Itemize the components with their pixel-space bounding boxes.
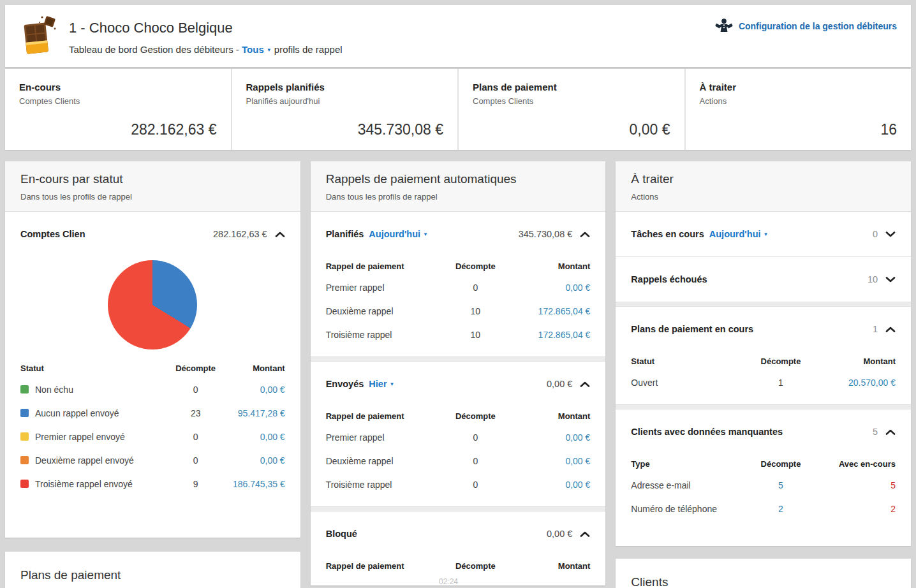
envoyes-period-dropdown[interactable]: Hier▼ — [369, 379, 394, 389]
col-statut: Statut — [20, 364, 174, 373]
with-outstanding-link[interactable]: 5 — [822, 480, 896, 490]
section-rappels-echoues[interactable]: Rappels échoués 10 — [616, 257, 911, 302]
count-link[interactable]: 5 — [739, 480, 822, 490]
kpi-title: À traiter — [700, 82, 898, 92]
status-table: Statut Décompte Montant Non échu 0 0,00 … — [5, 358, 300, 506]
amount-link[interactable]: 172.865,04 € — [517, 330, 590, 340]
kpi-subtitle: Actions — [700, 96, 898, 106]
chevron-up-icon[interactable] — [275, 232, 285, 237]
panel-title: En-cours par statut — [20, 172, 285, 186]
section-label: Envoyés — [326, 379, 364, 389]
amount-link[interactable]: 0,00 € — [517, 480, 590, 490]
manager-icon — [714, 18, 734, 34]
section-plans-paiement-en-cours[interactable]: Plans de paiement en cours 1 — [616, 307, 911, 351]
table-row: Non échu 0 0,00 € — [20, 378, 285, 401]
planifies-table: Rappel de paiement Décompte Montant Prem… — [311, 256, 606, 356]
legend-swatch-yellow — [20, 432, 29, 441]
section-label: Bloqué — [326, 529, 357, 539]
planifies-period-dropdown[interactable]: Aujourd'hui▼ — [369, 229, 428, 239]
col-montant: Montant — [218, 364, 285, 373]
section-total: 0,00 € — [547, 529, 572, 539]
count-link[interactable]: 2 — [739, 504, 822, 514]
section-comptes-clients[interactable]: Comptes Clien 282.162,63 € — [5, 212, 300, 256]
status-count: 23 — [174, 408, 218, 418]
page-title: 1 - Choco Choco Belgique — [69, 20, 714, 36]
section-divider — [311, 356, 606, 362]
table-header-row: Rappel de paiement Décompte Montant — [326, 256, 591, 276]
amount-link[interactable]: 0,00 € — [517, 456, 590, 466]
table-row: Troisième rappel envoyé 9 186.745,35 € — [20, 472, 285, 496]
status-count: 9 — [174, 479, 218, 489]
status-amount-link[interactable]: 95.417,28 € — [218, 408, 285, 418]
table-row: Premier rappel 0 0,00 € — [326, 276, 591, 299]
table-header-row: Statut Décompte Montant — [20, 358, 285, 378]
subtitle-suffix: profils de rappel — [274, 44, 343, 55]
envoyes-table: Rappel de paiement Décompte Montant Prem… — [311, 406, 606, 506]
configuration-link[interactable]: Configuration de la gestion débiteurs — [714, 18, 897, 34]
amount-link[interactable]: 172.865,04 € — [517, 306, 590, 316]
table-header-row: Statut Décompte Montant — [631, 351, 896, 371]
legend-swatch-green — [20, 385, 29, 393]
table-row: Aucun rappel envoyé 23 95.417,28 € — [20, 401, 285, 425]
status-label: Premier rappel envoyé — [35, 432, 125, 442]
kpi-card-plans-de-paiement: Plans de paiement Comptes Clients 0,00 € — [457, 69, 684, 150]
section-label: Tâches en cours — [631, 229, 704, 239]
chevron-up-icon[interactable] — [580, 381, 590, 387]
panel-clients: Clients — [616, 559, 911, 588]
amount-link[interactable]: 20.570,00 € — [822, 378, 896, 388]
chevron-down-icon[interactable] — [885, 232, 896, 237]
section-label: Plans de paiement en cours — [631, 324, 753, 334]
amount-link[interactable]: 0,00 € — [517, 432, 590, 443]
chevron-up-icon[interactable] — [885, 429, 896, 435]
status-count: 0 — [174, 455, 218, 466]
section-planifies[interactable]: Planifiés Aujourd'hui▼ 345.730,08 € — [311, 212, 606, 256]
section-count: 1 — [873, 324, 878, 334]
chevron-up-icon[interactable] — [580, 531, 590, 537]
panel-subtitle: Dans tous les profils de rappel — [20, 192, 285, 202]
table-header-row: Type Décompte Avec en-cours — [631, 454, 896, 473]
status-amount-link[interactable]: 186.745,35 € — [218, 479, 285, 489]
header-titles: 1 - Choco Choco Belgique Tableau de bord… — [69, 17, 714, 55]
section-label: Planifiés — [326, 229, 364, 239]
table-header-row: Rappel de paiement Décompte Montant — [326, 406, 591, 425]
section-donnees-manquantes[interactable]: Clients avec données manquantes 5 — [616, 409, 911, 454]
chocolate-logo-icon — [17, 15, 57, 58]
kpi-value: 16 — [880, 121, 897, 138]
panel-header: À traiter Actions — [616, 161, 911, 212]
section-envoyes[interactable]: Envoyés Hier▼ 0,00 € — [311, 362, 606, 406]
status-label: Deuxième rappel envoyé — [35, 455, 134, 466]
section-taches-en-cours[interactable]: Tâches en cours Aujourd'hui▼ 0 — [616, 212, 911, 256]
table-header-row: Rappel de paiement Décompte Montant — [326, 556, 591, 575]
table-row: Premier rappel 0 0,00 € — [326, 425, 591, 449]
profile-filter-dropdown[interactable]: Tous▼ — [242, 44, 272, 55]
taches-period-dropdown[interactable]: Aujourd'hui▼ — [709, 229, 769, 239]
panel-title: Plans de paiement — [20, 568, 285, 582]
status-amount-link[interactable]: 0,00 € — [218, 455, 285, 466]
caret-down-icon: ▼ — [390, 381, 395, 387]
panel-a-traiter: À traiter Actions Tâches en cours Aujour… — [616, 161, 911, 546]
kpi-title: Plans de paiement — [473, 82, 670, 92]
breadcrumb: Tableau de bord Gestion des débiteurs - … — [69, 44, 714, 55]
status-label: Non échu — [35, 385, 73, 395]
kpi-value: 345.730,08 € — [358, 121, 443, 138]
kpi-title: Rappels planifiés — [246, 82, 444, 92]
section-total: 345.730,08 € — [519, 229, 573, 239]
chevron-up-icon[interactable] — [580, 232, 590, 237]
status-amount-link[interactable]: 0,00 € — [218, 432, 285, 442]
chevron-up-icon[interactable] — [885, 327, 896, 332]
table-row: Troisième rappel 0 0,00 € — [326, 473, 591, 496]
amount-link[interactable]: 0,00 € — [517, 283, 590, 293]
configuration-link-label: Configuration de la gestion débiteurs — [739, 21, 897, 31]
legend-swatch-blue — [20, 409, 29, 417]
with-outstanding-link[interactable]: 2 — [822, 504, 896, 514]
panel-title: Rappels de paiement automatiques — [326, 172, 591, 186]
chevron-down-icon[interactable] — [885, 277, 896, 283]
section-label: Rappels échoués — [631, 274, 707, 284]
table-row: Numéro de téléphone 2 2 — [631, 497, 896, 520]
section-divider — [616, 404, 911, 409]
panel-subtitle: Dans tous les profils de rappel — [326, 192, 591, 202]
panel-plans-de-paiement: Plans de paiement Créer plan de paiement — [5, 552, 300, 588]
status-amount-link[interactable]: 0,00 € — [218, 385, 285, 395]
kpi-card-a-traiter: À traiter Actions 16 — [684, 69, 912, 150]
section-bloque[interactable]: Bloqué 0,00 € — [311, 511, 606, 556]
